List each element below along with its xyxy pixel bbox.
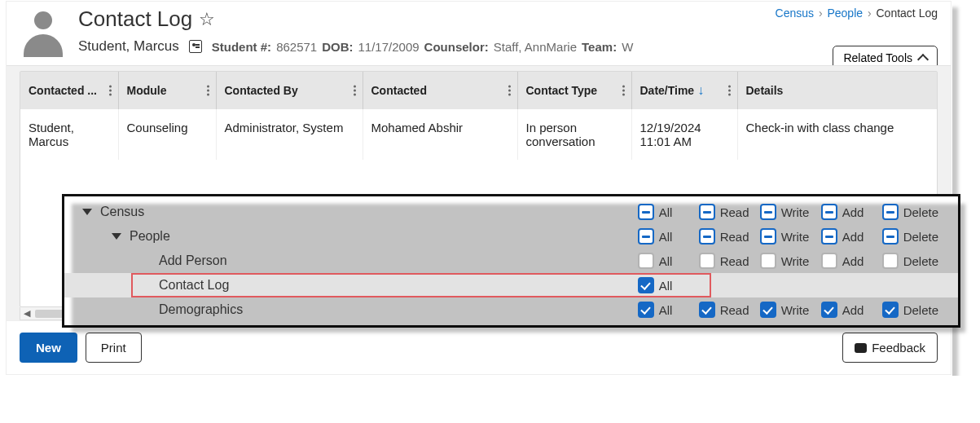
breadcrumb: Census › People › Contact Log <box>776 7 938 20</box>
col-header-datetime[interactable]: Date/Time↓ <box>631 72 737 109</box>
expand-toggle-icon[interactable] <box>82 209 92 215</box>
checkbox-indeterminate[interactable] <box>882 204 899 220</box>
tree-node-people[interactable]: People All Read Write Add Delete <box>64 224 958 249</box>
cell-details: Check-in with class change <box>737 109 937 160</box>
team-value: W <box>622 40 633 54</box>
checkbox-unchecked[interactable] <box>821 253 837 269</box>
perm-delete[interactable]: Delete <box>882 228 938 245</box>
dob-value: 11/17/2009 <box>358 40 420 54</box>
cell-contact-type: In person conversation <box>517 109 631 160</box>
checkbox-indeterminate[interactable] <box>638 204 654 220</box>
table-row[interactable]: Student, Marcus Counseling Administrator… <box>20 109 937 160</box>
expand-toggle-icon[interactable] <box>112 233 121 240</box>
student-name: Student, Marcus <box>78 38 179 55</box>
counselor-value: Staff, AnnMarie <box>494 40 577 54</box>
tree-node-contact-log[interactable]: Contact Log All Read Write Add Delete <box>64 273 958 297</box>
cell-module: Counseling <box>118 109 216 160</box>
kebab-icon[interactable] <box>508 86 511 96</box>
kebab-icon[interactable] <box>109 86 112 96</box>
permissions-tree: Census All Read Write Add Delete People … <box>62 194 960 328</box>
kebab-icon[interactable] <box>207 86 209 96</box>
col-header-contacted-person[interactable]: Contacted ... <box>20 72 118 109</box>
new-button[interactable]: New <box>20 333 77 363</box>
feedback-button[interactable]: Feedback <box>842 333 938 363</box>
checkbox-unchecked[interactable] <box>882 253 899 269</box>
perm-all[interactable]: All <box>638 253 691 269</box>
student-number: 862571 <box>276 40 317 54</box>
student-number-label: Student #: <box>212 40 271 54</box>
breadcrumb-census[interactable]: Census <box>776 7 814 20</box>
checkbox-indeterminate[interactable] <box>760 228 776 245</box>
checkbox-unchecked[interactable] <box>760 253 776 269</box>
checkbox-indeterminate[interactable] <box>821 204 837 220</box>
scroll-left-icon[interactable]: ◀ <box>20 308 33 319</box>
chevron-up-icon <box>917 54 929 65</box>
checkbox-indeterminate[interactable] <box>760 204 776 220</box>
perm-delete[interactable]: Delete <box>882 204 938 220</box>
col-header-contacted-by[interactable]: Contacted By <box>216 72 363 109</box>
checkbox-indeterminate[interactable] <box>882 228 899 245</box>
perm-add[interactable]: Add <box>821 204 874 220</box>
kebab-icon[interactable] <box>728 86 731 96</box>
dob-label: DOB: <box>322 40 353 54</box>
cell-contacted-person: Student, Marcus <box>20 109 118 160</box>
perm-write[interactable]: Write <box>760 204 813 220</box>
perm-read[interactable]: Read <box>699 204 752 220</box>
perm-read[interactable]: Read <box>699 228 752 245</box>
perm-delete[interactable]: Delete <box>882 302 938 318</box>
print-button[interactable]: Print <box>86 333 142 363</box>
perm-read[interactable]: Read <box>699 302 752 318</box>
checkbox-checked[interactable] <box>638 277 654 293</box>
chevron-right-icon: › <box>819 7 823 20</box>
kebab-icon[interactable] <box>354 86 356 96</box>
perm-add[interactable]: Add <box>821 253 874 269</box>
checkbox-indeterminate[interactable] <box>638 228 654 245</box>
avatar <box>20 10 67 57</box>
checkbox-checked[interactable] <box>699 302 715 318</box>
perm-write[interactable]: Write <box>760 253 813 269</box>
cell-contacted-by: Administrator, System <box>216 109 363 160</box>
perm-all[interactable]: All <box>638 204 691 220</box>
perm-all[interactable]: All <box>638 302 691 318</box>
id-card-icon[interactable] <box>189 40 202 53</box>
checkbox-unchecked[interactable] <box>638 253 654 269</box>
perm-all[interactable]: All <box>638 228 691 245</box>
checkbox-checked[interactable] <box>760 302 776 318</box>
col-header-contacted[interactable]: Contacted <box>363 72 517 109</box>
checkbox-checked[interactable] <box>638 302 654 318</box>
counselor-label: Counselor: <box>424 40 489 54</box>
favorite-star-icon[interactable]: ☆ <box>199 11 215 29</box>
speech-bubble-icon <box>855 343 867 353</box>
perm-add[interactable]: Add <box>821 302 874 318</box>
checkbox-checked[interactable] <box>882 302 899 318</box>
col-header-details[interactable]: Details <box>737 72 937 109</box>
tree-node-add-person[interactable]: Add Person All Read Write Add Delete <box>64 249 958 273</box>
col-header-contact-type[interactable]: Contact Type <box>517 72 631 109</box>
checkbox-unchecked[interactable] <box>699 253 715 269</box>
col-header-module[interactable]: Module <box>118 72 216 109</box>
kebab-icon[interactable] <box>622 86 625 96</box>
chevron-right-icon: › <box>868 7 872 20</box>
breadcrumb-current: Contact Log <box>877 7 938 20</box>
perm-write[interactable]: Write <box>760 228 813 245</box>
perm-write[interactable]: Write <box>760 302 813 318</box>
perm-delete[interactable]: Delete <box>882 253 938 269</box>
tree-node-census[interactable]: Census All Read Write Add Delete <box>64 200 958 224</box>
breadcrumb-people[interactable]: People <box>827 7 863 20</box>
checkbox-indeterminate[interactable] <box>821 228 837 245</box>
sort-down-icon[interactable]: ↓ <box>697 83 704 97</box>
perm-read[interactable]: Read <box>699 253 752 269</box>
perm-all[interactable]: All <box>638 277 691 293</box>
tree-node-demographics[interactable]: Demographics All Read Write Add Delete <box>64 297 958 322</box>
checkbox-indeterminate[interactable] <box>699 204 715 220</box>
cell-datetime: 12/19/2024 11:01 AM <box>631 109 737 160</box>
perm-add[interactable]: Add <box>821 228 874 245</box>
checkbox-checked[interactable] <box>821 302 837 318</box>
team-label: Team: <box>582 40 617 54</box>
contact-log-table: Contacted ... Module Contacted By Contac… <box>20 72 937 160</box>
page-title: Contact Log <box>78 7 192 32</box>
checkbox-indeterminate[interactable] <box>699 228 715 245</box>
cell-contacted: Mohamed Abshir <box>363 109 517 160</box>
